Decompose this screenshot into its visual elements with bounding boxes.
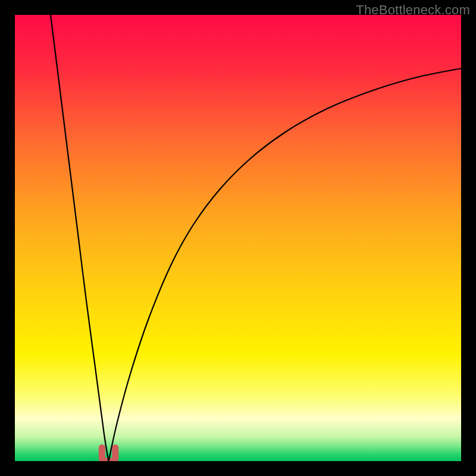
gradient-background xyxy=(15,15,461,461)
plot-area xyxy=(15,15,461,461)
bottleneck-chart xyxy=(15,15,461,461)
chart-frame: TheBottleneck.com xyxy=(0,0,476,476)
watermark-label: TheBottleneck.com xyxy=(356,2,470,18)
